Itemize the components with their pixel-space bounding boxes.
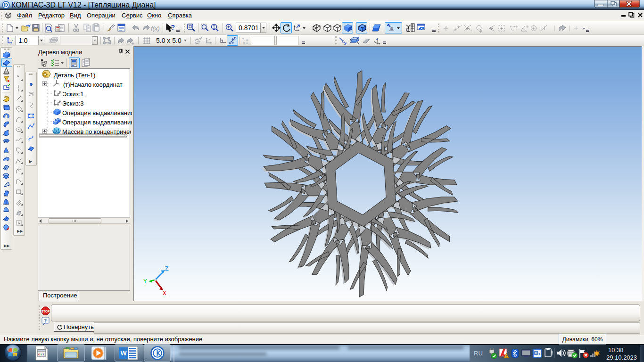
svg-text:Z: Z: [165, 265, 169, 272]
svg-text:Y: Y: [143, 278, 147, 285]
svg-text:X: X: [243, 41, 246, 45]
svg-text:!: !: [506, 354, 507, 358]
svg-text:STOP: STOP: [41, 310, 50, 313]
svg-text:Y: Y: [242, 37, 245, 41]
svg-text:?: ?: [44, 318, 47, 323]
svg-text:o: o: [38, 353, 40, 356]
svg-text:з: з: [42, 353, 44, 356]
svg-text:W: W: [120, 349, 127, 357]
svg-text:X: X: [163, 290, 166, 297]
svg-text:?: ?: [171, 23, 175, 31]
